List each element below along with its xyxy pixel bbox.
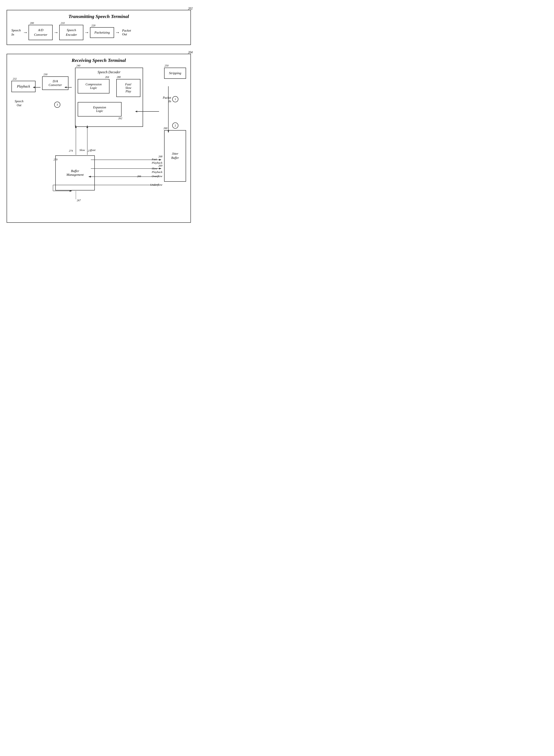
ref-267: 267 bbox=[77, 199, 81, 202]
compression-ref: 264 bbox=[105, 75, 109, 79]
playback-ref: 232 bbox=[13, 77, 17, 80]
arrow-to-packetizing bbox=[84, 30, 89, 35]
receiving-layout: 232 Playback SpeechOut 230 D/AConverter … bbox=[11, 68, 186, 217]
buffer-management-block: 270 BufferManagement bbox=[55, 155, 95, 191]
packetizing-block: 220 Packetizing bbox=[90, 27, 114, 38]
playback-label: Playback bbox=[17, 85, 30, 88]
slow-label: Slow bbox=[79, 148, 85, 152]
packetizing-ref: 220 bbox=[91, 24, 95, 28]
arrow-to-encoder bbox=[54, 30, 58, 35]
transmitting-terminal: Transmitting Speech Terminal SpeechIn 20… bbox=[7, 10, 191, 45]
adc-block: 200 A/DConverter bbox=[29, 25, 53, 40]
circle-3: 3 bbox=[54, 102, 60, 108]
arrow-to-packet-out bbox=[115, 30, 120, 35]
packet-out-label: PacketOut bbox=[122, 29, 131, 36]
ref-272: 272 bbox=[88, 149, 92, 153]
speech-encoder-block: 210 SpeechEncoder bbox=[59, 25, 84, 40]
stripping-block: 250 Stripping bbox=[164, 68, 186, 79]
transmitting-title: Transmitting Speech Terminal bbox=[11, 14, 186, 19]
slow-playback-label: SlowPlayback bbox=[152, 167, 162, 174]
jitter-buffer-block: 260 JitterBuffer bbox=[164, 130, 186, 182]
circle-1: 1 bbox=[172, 96, 178, 102]
underflow-label: Underflow bbox=[150, 183, 162, 186]
da-ref: 230 bbox=[44, 73, 47, 76]
speech-out-label: SpeechOut bbox=[15, 99, 23, 107]
adc-ref: 200 bbox=[30, 21, 34, 25]
receiving-title: Receiving Speech Terminal bbox=[11, 57, 186, 63]
packet-in-label: PacketIn bbox=[163, 96, 171, 103]
fast-slow-play-block: 280 Fast/SlowPlay bbox=[116, 79, 141, 97]
expansion-logic-block: 262 ExpansionLogic bbox=[78, 102, 121, 116]
arrow-to-adc bbox=[23, 30, 27, 35]
speech-decoder-title: Speech Decoder bbox=[78, 70, 141, 74]
buffer-ref: 270 bbox=[54, 158, 57, 161]
fast-slow-ref: 280 bbox=[117, 75, 121, 79]
compression-logic-block: 264 CompressionLogic bbox=[78, 79, 109, 94]
speech-decoder-ref: 240 bbox=[76, 64, 80, 67]
overflow-label: Overflow bbox=[152, 174, 162, 178]
expansion-ref: 262 bbox=[118, 117, 122, 120]
ref-266: 266 bbox=[137, 175, 141, 178]
playback-block: 232 Playback bbox=[11, 81, 36, 92]
encoder-ref: 210 bbox=[61, 21, 64, 25]
stripping-ref: 250 bbox=[165, 64, 168, 67]
fast-playback-label: FastPlayback bbox=[152, 158, 162, 165]
ref-274: 274 bbox=[69, 149, 73, 153]
jitter-ref: 260 bbox=[163, 127, 167, 130]
receiving-terminal: Receiving Speech Terminal bbox=[7, 54, 191, 223]
speech-decoder-block: 240 Speech Decoder 264 CompressionLogic … bbox=[75, 68, 143, 127]
speech-in-label: SpeechIn bbox=[11, 28, 21, 37]
da-converter-block: 230 D/AConverter bbox=[42, 76, 68, 90]
circle-2: 2 bbox=[172, 122, 178, 128]
